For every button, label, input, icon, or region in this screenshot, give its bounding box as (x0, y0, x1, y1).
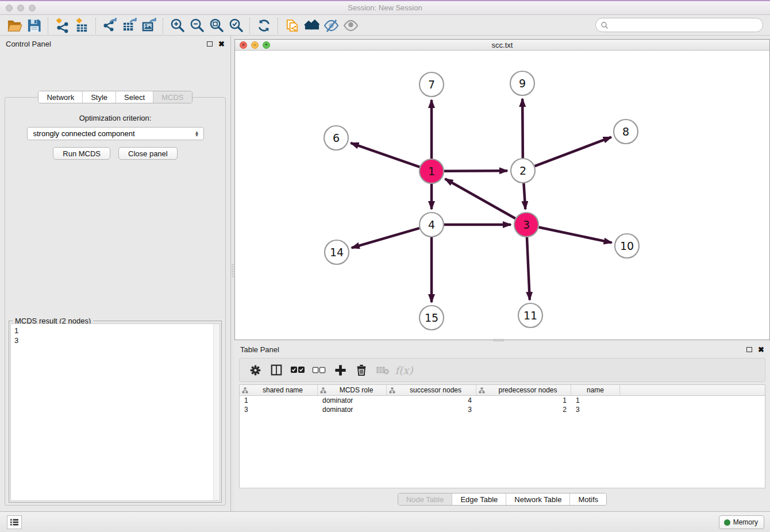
import-table-icon[interactable] (72, 17, 91, 34)
graph-edge-2-8[interactable] (535, 137, 611, 167)
cell-name[interactable]: 1 (571, 396, 620, 404)
table-row[interactable]: 1 dominator 4 1 1 (240, 396, 765, 405)
tab-mcds[interactable]: MCDS (153, 91, 191, 103)
close-table-panel-icon[interactable]: ✖ (758, 346, 764, 353)
search-field[interactable] (611, 20, 763, 31)
vertical-splitter[interactable] (230, 36, 234, 511)
graph-node-15[interactable]: 15 (419, 306, 444, 330)
add-column-icon[interactable] (332, 361, 349, 379)
column-header-successor-nodes[interactable]: successor nodes (387, 385, 476, 395)
float-table-panel-icon[interactable] (746, 347, 752, 352)
close-panel-button[interactable]: Close panel (118, 147, 178, 160)
splitter-grip[interactable] (232, 264, 234, 277)
cell-shared-name[interactable]: 3 (240, 406, 318, 414)
svg-text:11: 11 (523, 309, 537, 322)
column-header-predecessor-nodes[interactable]: predecessor nodes (476, 385, 571, 395)
deselect-all-icon[interactable] (310, 361, 328, 379)
graph-edge-1-6[interactable] (351, 143, 419, 167)
table-tabs: Node Table Edge Table Network Table Moti… (234, 493, 770, 506)
hide-selected-icon[interactable] (321, 17, 341, 34)
export-network-icon[interactable] (100, 17, 120, 34)
control-panel-title: Control Panel (6, 40, 207, 48)
export-image-icon[interactable] (139, 17, 159, 34)
graph-node-8[interactable]: 8 (614, 119, 638, 144)
svg-text:2: 2 (519, 164, 526, 177)
graph-edge-4-14[interactable] (352, 228, 419, 248)
cell-mcds-role[interactable]: dominator (318, 406, 387, 414)
delete-table-icon (374, 361, 391, 379)
graph-node-10[interactable]: 10 (615, 234, 639, 258)
show-all-icon[interactable] (302, 17, 321, 34)
copy-style-icon[interactable] (282, 17, 302, 34)
zoom-selected-icon[interactable] (226, 17, 245, 34)
graph-edge-3-11[interactable] (527, 237, 530, 300)
cell-predecessor-nodes[interactable]: 1 (476, 396, 571, 404)
toggle-column-panel-icon[interactable] (268, 361, 285, 379)
horizontal-splitter-grip[interactable] (494, 339, 504, 341)
delete-column-icon[interactable] (353, 361, 370, 379)
svg-text:14: 14 (330, 246, 344, 259)
mcds-panel-body: Optimization criterion: strongly connect… (5, 97, 226, 506)
result-scrollbar[interactable] (213, 324, 220, 500)
toolbar-separator (278, 18, 278, 34)
tab-style[interactable]: Style (82, 91, 116, 103)
graph-edge-2-3[interactable] (523, 183, 525, 209)
save-session-icon[interactable] (24, 17, 44, 34)
graph-node-7[interactable]: 7 (419, 72, 444, 97)
column-header-mcds-role[interactable]: MCDS role (318, 385, 387, 395)
show-selected-icon[interactable] (341, 17, 360, 34)
network-view-window: × − + scc.txt 1234678910111415 (234, 39, 770, 340)
table-header-row: shared name MCDS role successor nodes pr… (240, 385, 765, 396)
column-header-name[interactable]: name (571, 385, 620, 395)
graph-node-3[interactable]: 3 (514, 213, 538, 237)
tab-node-table[interactable]: Node Table (398, 494, 452, 505)
tab-network-table[interactable]: Network Table (506, 494, 569, 505)
node-table[interactable]: shared name MCDS role successor nodes pr… (239, 384, 765, 488)
toolbar-separator (249, 18, 250, 34)
graph-edge-3-1[interactable] (445, 179, 515, 218)
control-panel: Control Panel ✖ Network Style Select MCD… (0, 36, 230, 511)
cell-successor-nodes[interactable]: 4 (387, 396, 476, 404)
graph-node-14[interactable]: 14 (325, 240, 349, 264)
search-input[interactable] (595, 18, 763, 32)
float-panel-icon[interactable] (207, 41, 213, 47)
optimization-criterion-select[interactable]: strongly connected component ▲▼ (27, 127, 204, 140)
run-mcds-button[interactable]: Run MCDS (53, 147, 110, 160)
refresh-icon[interactable] (254, 17, 274, 34)
mcds-result-textarea[interactable]: 1 3 (10, 323, 220, 501)
cell-predecessor-nodes[interactable]: 2 (476, 406, 571, 414)
cell-name[interactable]: 3 (571, 406, 620, 414)
close-panel-icon[interactable]: ✖ (218, 40, 225, 48)
import-network-icon[interactable] (52, 17, 72, 34)
graph-edge-2-9[interactable] (522, 99, 523, 158)
network-graph-canvas[interactable]: 1234678910111415 (235, 51, 769, 340)
settings-gear-icon[interactable] (247, 361, 264, 379)
zoom-out-icon[interactable] (187, 17, 206, 34)
tab-network[interactable]: Network (38, 91, 82, 103)
cell-mcds-role[interactable]: dominator (318, 396, 387, 404)
graph-edge-1-2[interactable] (444, 171, 507, 171)
select-all-icon[interactable] (289, 361, 306, 379)
tab-select[interactable]: Select (116, 91, 153, 103)
graph-node-4[interactable]: 4 (419, 213, 444, 237)
network-window-titlebar[interactable]: × − + scc.txt (235, 40, 769, 51)
mcds-result-line: 3 (14, 336, 220, 345)
graph-node-1[interactable]: 1 (419, 159, 444, 183)
graph-edge-3-10[interactable] (539, 228, 612, 243)
task-history-button[interactable] (7, 515, 22, 529)
table-row[interactable]: 3 dominator 3 2 3 (240, 405, 765, 414)
graph-node-6[interactable]: 6 (324, 126, 348, 150)
graph-node-11[interactable]: 11 (518, 303, 542, 327)
graph-node-2[interactable]: 2 (511, 159, 535, 183)
zoom-in-icon[interactable] (167, 17, 187, 34)
graph-node-9[interactable]: 9 (510, 71, 534, 95)
column-header-shared-name[interactable]: shared name (240, 385, 318, 395)
memory-button[interactable]: Memory (719, 515, 764, 529)
zoom-fit-icon[interactable] (206, 17, 226, 34)
cell-successor-nodes[interactable]: 3 (387, 406, 476, 414)
tab-motifs[interactable]: Motifs (569, 494, 606, 505)
open-file-icon[interactable] (5, 17, 24, 34)
export-table-icon[interactable] (120, 17, 139, 34)
tab-edge-table[interactable]: Edge Table (452, 494, 506, 505)
cell-shared-name[interactable]: 1 (240, 396, 318, 404)
